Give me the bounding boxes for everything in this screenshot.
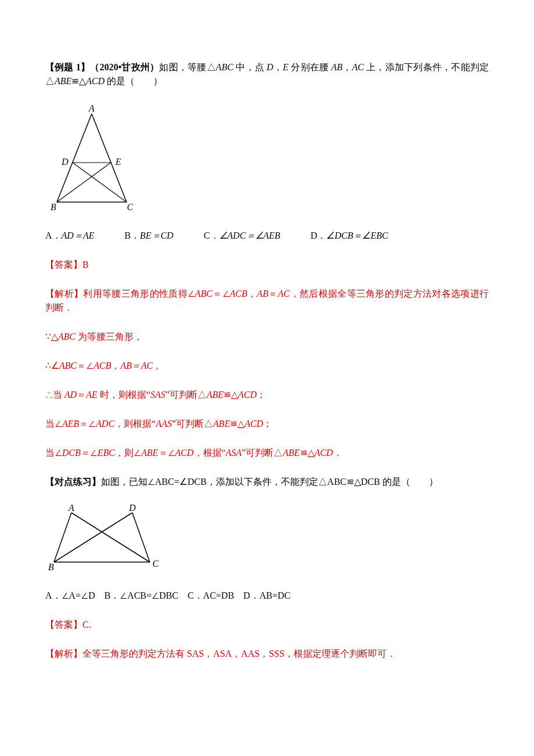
text: ，根据“ [194, 448, 226, 458]
math: ACB [93, 361, 111, 370]
text: ， [153, 361, 162, 370]
option-d: D．∠DCB＝∠EBC [311, 229, 388, 243]
math: AD [64, 390, 77, 399]
math: AC [141, 361, 153, 370]
analysis1-line4: ∴当 AD＝AE 时，则根据“SAS”可判断△ABE≌△ACD； [45, 388, 489, 402]
math: ASA [226, 448, 242, 458]
text: ， [111, 361, 120, 370]
text: ＝ [132, 361, 141, 370]
svg-line-1 [92, 114, 127, 202]
problem2-options: A．∠A=∠D B．∠ACB=∠DBC C．AC=DB D．AB=DC [45, 589, 489, 603]
math: ABE [213, 419, 230, 429]
problem2-text: 如图，已知∠ABC=∠DCB，添加以下条件，不能判定△ABC≌△DCB 的是（ … [101, 477, 438, 487]
math: AAS [156, 419, 172, 429]
math: D [266, 62, 273, 72]
math: AC [278, 289, 290, 298]
text: 利用等腰三角形的性质得∠ [83, 289, 195, 298]
analysis1-line5: 当∠AEB＝∠ADC，则根据“AAS”可判断△ABE≌△ACD； [45, 417, 489, 431]
option-c: C．AC=DB [187, 589, 234, 603]
analysis-label: 【解析】 [45, 649, 82, 658]
option-label: D． [311, 231, 327, 240]
option-d: D．AB=DC [243, 589, 290, 603]
document-page: 【例题 1】（2020•甘孜州）如图，等腰△ABC 中，点 D，E 分别在腰 A… [0, 0, 534, 711]
math: AB [257, 289, 269, 298]
text: ，则根据“ [114, 419, 156, 429]
math: ABC [195, 289, 212, 298]
triangle-figure-2: A D B C [45, 504, 167, 574]
answer2: 【答案】C. [45, 618, 489, 632]
answer-label: 【答案】 [45, 620, 82, 629]
math: AB [331, 62, 343, 72]
math: AE [86, 390, 98, 399]
text: ∵△ [45, 332, 58, 341]
label-B: B [48, 562, 54, 572]
label-B: B [50, 202, 56, 212]
text: ＝∠ [212, 289, 230, 298]
text: 为等腰三角形， [75, 332, 143, 341]
math: ACB [230, 289, 247, 298]
math: ACD [238, 390, 257, 399]
math: E [283, 62, 288, 72]
answer-label: 【答案】 [45, 260, 82, 269]
option-label: C． [204, 231, 219, 240]
option-c: C．∠ADC＝∠AEB [204, 229, 280, 243]
text: 的是（ ） [104, 76, 163, 86]
text: ”可判断△ [172, 419, 213, 429]
answer-value: B [82, 260, 89, 269]
problem1-label: 【例题 1】（2020•甘孜州） [45, 62, 159, 72]
svg-line-9 [132, 513, 150, 562]
problem2-figure: A D B C [45, 504, 489, 574]
text: ∴当 [45, 390, 64, 399]
math: ACD [86, 76, 104, 86]
text: ＝∠ [158, 448, 175, 458]
text: ； [257, 390, 266, 399]
text: ，则∠ [115, 448, 141, 458]
label-A: A [68, 504, 74, 513]
math: EBC [98, 448, 115, 458]
math: AEB [62, 419, 79, 429]
text: ＝ [77, 390, 86, 399]
analysis2: 【解析】全等三角形的判定方法有 SAS，ASA，AAS，SSS，根据定理逐个判断… [45, 647, 489, 661]
option-label: B． [124, 231, 140, 240]
analysis-text: 全等三角形的判定方法有 SAS，ASA，AAS，SSS，根据定理逐个判断即可． [82, 649, 396, 658]
math: ABC [59, 361, 77, 370]
text: ＝∠ [77, 361, 93, 370]
label-D: D [61, 157, 68, 167]
math: ABE [141, 448, 158, 458]
math: ACD [175, 448, 194, 458]
label-C: C [153, 559, 159, 568]
analysis1-line6: 当∠DCB＝∠EBC，则∠ABE＝∠ACD，根据“ASA”可判断△ABE≌△AC… [45, 446, 489, 460]
math: AB [120, 361, 132, 370]
text: 当∠ [45, 448, 62, 458]
option-a: A．∠A=∠D [45, 589, 95, 603]
option-math: AD＝AE [62, 231, 95, 240]
math: ACD [315, 448, 333, 458]
answer1: 【答案】B [45, 258, 489, 272]
analysis-label: 【解析】 [45, 289, 83, 298]
text: ≌△ [71, 76, 86, 86]
math: DCB [62, 448, 81, 458]
text: ＝∠ [79, 419, 96, 429]
option-label: A． [45, 231, 62, 240]
option-math: ∠ADC＝∠AEB [219, 231, 280, 240]
text: ≌△ [230, 419, 244, 429]
problem2-stem: 【对点练习】如图，已知∠ABC=∠DCB，添加以下条件，不能判定△ABC≌△DC… [45, 475, 489, 489]
label-E: E [115, 157, 121, 167]
text: ＝∠ [81, 448, 98, 458]
text: ． [333, 448, 342, 458]
label-C: C [127, 202, 134, 212]
analysis1-intro: 【解析】利用等腰三角形的性质得∠ABC＝∠ACB，AB＝AC，然后根据全等三角形… [45, 287, 489, 315]
option-a: A．AD＝AE [45, 229, 94, 243]
math: SAS [150, 390, 165, 399]
problem1-options: A．AD＝AE B．BE＝CD C．∠ADC＝∠AEB D．∠DCB＝∠EBC [45, 229, 489, 243]
label-D: D [128, 504, 136, 513]
svg-line-8 [54, 513, 132, 562]
math: AC [352, 62, 364, 72]
problem1-figure: A D E B C [45, 103, 489, 214]
text: ≌△ [300, 448, 315, 458]
math: ABE [207, 390, 223, 399]
text: 如图，等腰△ [159, 62, 215, 72]
text: ∴∠ [45, 361, 59, 370]
text: ， [342, 62, 352, 72]
option-b: B．∠ACB=∠DBC [104, 589, 179, 603]
